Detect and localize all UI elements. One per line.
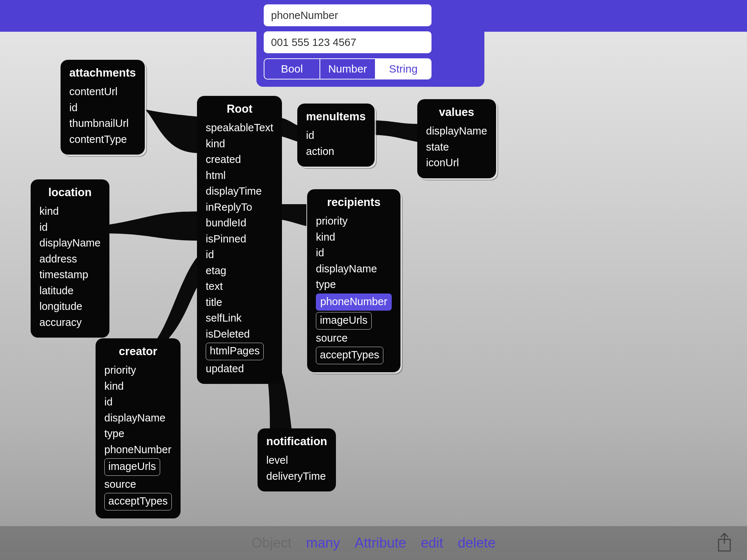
attr-displayName[interactable]: displayName: [39, 235, 101, 251]
card-menuitems[interactable]: menuItems id action: [297, 104, 375, 167]
toolbar-object-button: Object: [251, 535, 291, 551]
card-title: notification: [266, 435, 327, 448]
attr-updated[interactable]: updated: [206, 361, 273, 377]
attr-isPinned[interactable]: isPinned: [206, 231, 273, 247]
attr-speakableText[interactable]: speakableText: [206, 120, 273, 136]
attr-kind[interactable]: kind: [39, 203, 101, 219]
attr-timestamp[interactable]: timestamp: [39, 267, 101, 283]
toolbar-edit-button[interactable]: edit: [421, 535, 443, 551]
attr-title[interactable]: title: [206, 295, 273, 311]
attr-level[interactable]: level: [266, 452, 327, 468]
attribute-editor-panel: Bool Number String: [256, 0, 484, 87]
card-attachments[interactable]: attachments contentUrl id thumbnailUrl c…: [61, 60, 145, 155]
card-root[interactable]: Root speakableText kind created html dis…: [197, 96, 282, 384]
attr-inReplyTo[interactable]: inReplyTo: [206, 199, 273, 215]
attr-displayName[interactable]: displayName: [316, 261, 392, 277]
attr-id[interactable]: id: [69, 100, 136, 116]
attr-bundleId[interactable]: bundleId: [206, 215, 273, 231]
attr-acceptTypes[interactable]: acceptTypes: [316, 347, 383, 364]
toolbar-attribute-button[interactable]: Attribute: [355, 535, 406, 551]
attribute-value-input[interactable]: [264, 31, 431, 53]
attr-phoneNumber-selected[interactable]: phoneNumber: [316, 293, 392, 311]
attr-latitude[interactable]: latitude: [39, 283, 101, 299]
attr-selfLink[interactable]: selfLink: [206, 310, 273, 326]
toolbar-many-button[interactable]: many: [306, 535, 340, 551]
bottom-toolbar: Object many Attribute edit delete: [0, 526, 747, 560]
attr-priority[interactable]: priority: [104, 362, 172, 378]
attr-id[interactable]: id: [306, 128, 366, 144]
attr-state[interactable]: state: [426, 139, 487, 155]
attr-html[interactable]: html: [206, 168, 273, 184]
type-segment-bool[interactable]: Bool: [264, 59, 320, 79]
card-title: values: [426, 106, 487, 119]
attr-action[interactable]: action: [306, 144, 366, 160]
attr-id[interactable]: id: [316, 245, 392, 261]
type-segment-string[interactable]: String: [375, 59, 431, 79]
attr-created[interactable]: created: [206, 152, 273, 168]
attr-contentType[interactable]: contentType: [69, 132, 136, 148]
type-segment-number[interactable]: Number: [320, 59, 375, 79]
card-title: attachments: [69, 66, 136, 79]
attr-id[interactable]: id: [39, 219, 101, 236]
attr-text[interactable]: text: [206, 279, 273, 295]
card-creator[interactable]: creator priority kind id displayName typ…: [96, 338, 181, 518]
attr-htmlPages[interactable]: htmlPages: [206, 343, 264, 360]
attr-displayTime[interactable]: displayTime: [206, 183, 273, 199]
attr-source[interactable]: source: [316, 330, 392, 346]
card-values[interactable]: values displayName state iconUrl: [417, 99, 496, 178]
attr-kind[interactable]: kind: [316, 229, 392, 245]
attr-imageUrls[interactable]: imageUrls: [316, 312, 372, 330]
card-recipients[interactable]: recipients priority kind id displayName …: [307, 189, 400, 372]
attr-id[interactable]: id: [104, 394, 172, 410]
attr-kind[interactable]: kind: [104, 378, 172, 394]
attr-kind[interactable]: kind: [206, 136, 273, 152]
card-title: menuItems: [306, 110, 366, 123]
toolbar-delete-button[interactable]: delete: [458, 535, 496, 551]
attr-source[interactable]: source: [104, 477, 172, 493]
attr-thumbnailUrl[interactable]: thumbnailUrl: [69, 116, 136, 132]
attr-iconUrl[interactable]: iconUrl: [426, 155, 487, 171]
attr-address[interactable]: address: [39, 251, 101, 267]
card-title: location: [39, 186, 101, 199]
attr-displayName[interactable]: displayName: [104, 410, 172, 426]
card-title: creator: [104, 345, 172, 358]
attr-contentUrl[interactable]: contentUrl: [69, 84, 136, 100]
attr-type[interactable]: type: [104, 426, 172, 442]
card-title: Root: [206, 102, 273, 116]
attr-acceptTypes[interactable]: acceptTypes: [104, 493, 172, 510]
attr-deliveryTime[interactable]: deliveryTime: [266, 468, 327, 485]
attr-longitude[interactable]: longitude: [39, 299, 101, 315]
attr-type[interactable]: type: [316, 277, 392, 293]
type-segmented-control: Bool Number String: [264, 58, 431, 79]
attr-accuracy[interactable]: accuracy: [39, 315, 101, 331]
attr-displayName[interactable]: displayName: [426, 123, 487, 139]
card-location[interactable]: location kind id displayName address tim…: [31, 179, 109, 338]
card-notification[interactable]: notification level deliveryTime: [258, 428, 336, 491]
share-icon[interactable]: [716, 532, 732, 552]
attr-priority[interactable]: priority: [316, 213, 392, 229]
card-title: recipients: [316, 196, 392, 209]
attr-phoneNumber[interactable]: phoneNumber: [104, 442, 172, 458]
attr-id[interactable]: id: [206, 247, 273, 263]
attr-etag[interactable]: etag: [206, 263, 273, 279]
attribute-name-input[interactable]: [264, 4, 431, 26]
attr-isDeleted[interactable]: isDeleted: [206, 326, 273, 342]
attr-imageUrls[interactable]: imageUrls: [104, 458, 160, 476]
